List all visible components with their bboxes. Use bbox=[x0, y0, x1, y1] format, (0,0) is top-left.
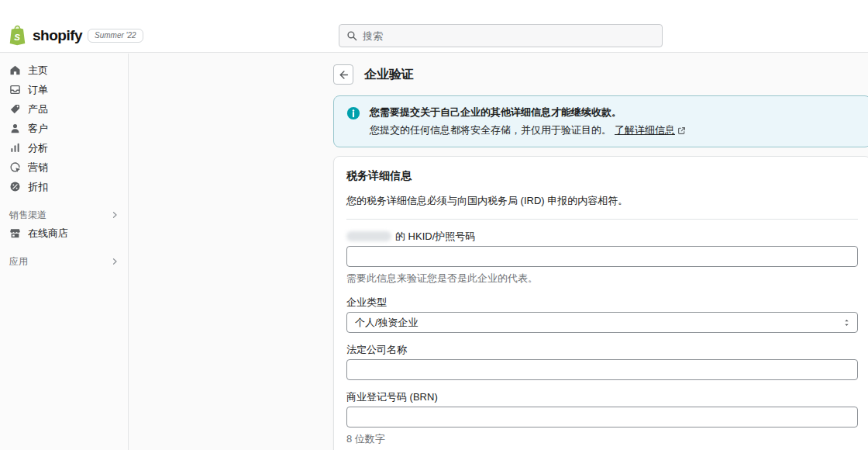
search-icon bbox=[346, 30, 357, 41]
chevron-right-icon bbox=[111, 258, 119, 265]
brn-helper-text: 8 位数字 bbox=[346, 432, 858, 446]
edition-badge: Summer '22 bbox=[88, 29, 143, 43]
hkid-input[interactable] bbox=[346, 246, 858, 267]
sidebar-item-marketing[interactable]: 营销 bbox=[0, 158, 128, 177]
brn-input[interactable] bbox=[346, 407, 858, 428]
sidebar-item-home[interactable]: 主页 bbox=[0, 61, 128, 80]
home-icon bbox=[9, 64, 21, 76]
page-header: 企业验证 bbox=[333, 64, 868, 85]
sidebar-section-sales-channels[interactable]: 销售渠道 bbox=[0, 206, 128, 223]
sidebar-nav: 主页 订单 产品 客户 bbox=[0, 54, 129, 450]
select-updown-icon bbox=[842, 318, 851, 327]
banner-body-text: 您提交的任何信息都将安全存储，并仅用于验证目的。 bbox=[370, 123, 611, 137]
orders-icon bbox=[9, 84, 21, 95]
divider bbox=[346, 219, 858, 220]
legal-company-name-input[interactable] bbox=[346, 359, 858, 380]
sidebar-item-label: 主页 bbox=[28, 64, 48, 78]
global-search[interactable] bbox=[339, 24, 663, 47]
business-type-select[interactable]: 个人/独资企业 bbox=[346, 312, 858, 333]
tax-details-card: 税务详细信息 您的税务详细信息必须与向国内税务局 (IRD) 申报的内容相符。 … bbox=[333, 156, 868, 450]
sidebar-item-label: 在线商店 bbox=[28, 227, 68, 241]
field-label-legal-company-name: 法定公司名称 bbox=[346, 344, 858, 355]
main-area: 企业验证 您需要提交关于自己企业的其他详细信息才能继续收款。 您提交的任何信息都… bbox=[129, 54, 868, 450]
discounts-icon bbox=[9, 181, 21, 192]
field-legal-company-name: 法定公司名称 bbox=[346, 344, 858, 380]
shopify-logo[interactable]: S shopify Summer '22 bbox=[8, 25, 143, 46]
learn-more-link[interactable]: 了解详细信息 bbox=[615, 123, 686, 137]
sidebar-item-online-store[interactable]: 在线商店 bbox=[0, 223, 128, 243]
info-banner: 您需要提交关于自己企业的其他详细信息才能继续收款。 您提交的任何信息都将安全存储… bbox=[333, 95, 868, 147]
info-icon bbox=[346, 106, 360, 120]
card-description: 您的税务详细信息必须与向国内税务局 (IRD) 申报的内容相符。 bbox=[346, 194, 858, 208]
sidebar-item-orders[interactable]: 订单 bbox=[0, 80, 128, 99]
sidebar-item-discounts[interactable]: 折扣 bbox=[0, 177, 128, 196]
chevron-right-icon bbox=[111, 211, 119, 219]
field-label-hkid: 的 HKID/护照号码 bbox=[346, 230, 858, 242]
banner-content: 您需要提交关于自己企业的其他详细信息才能继续收款。 您提交的任何信息都将安全存储… bbox=[370, 106, 686, 137]
business-type-selected-value: 个人/独资企业 bbox=[355, 316, 418, 330]
banner-body: 您提交的任何信息都将安全存储，并仅用于验证目的。 了解详细信息 bbox=[370, 123, 686, 137]
field-brn: 商业登记号码 (BRN) 8 位数字 bbox=[346, 391, 858, 446]
back-arrow-icon bbox=[338, 69, 350, 81]
field-label-brn: 商业登记号码 (BRN) bbox=[346, 391, 858, 403]
external-link-icon bbox=[677, 126, 686, 135]
sidebar-item-label: 营销 bbox=[28, 161, 48, 175]
sidebar-item-customers[interactable]: 客户 bbox=[0, 119, 128, 138]
card-heading: 税务详细信息 bbox=[346, 169, 858, 183]
sidebar-item-label: 折扣 bbox=[28, 180, 48, 194]
analytics-icon bbox=[9, 142, 21, 154]
sidebar-item-analytics[interactable]: 分析 bbox=[0, 138, 128, 158]
banner-title: 您需要提交关于自己企业的其他详细信息才能继续收款。 bbox=[370, 106, 686, 119]
svg-text:S: S bbox=[14, 33, 20, 42]
hkid-helper-text: 需要此信息来验证您是否是此企业的代表。 bbox=[346, 272, 858, 286]
field-hkid: 的 HKID/护照号码 需要此信息来验证您是否是此企业的代表。 bbox=[346, 230, 858, 286]
sidebar-item-label: 客户 bbox=[28, 122, 48, 136]
field-label-business-type: 企业类型 bbox=[346, 296, 858, 308]
sidebar-item-label: 分析 bbox=[28, 141, 48, 155]
products-icon bbox=[9, 103, 21, 115]
field-business-type: 企业类型 个人/独资企业 bbox=[346, 296, 858, 333]
search-input[interactable] bbox=[363, 30, 655, 42]
sidebar-item-label: 产品 bbox=[28, 102, 48, 116]
online-store-icon bbox=[9, 227, 21, 239]
shopify-bag-icon: S bbox=[8, 25, 27, 46]
customers-icon bbox=[9, 123, 21, 134]
page-title: 企业验证 bbox=[364, 67, 414, 83]
redacted-name bbox=[346, 231, 391, 241]
content-column: 企业验证 您需要提交关于自己企业的其他详细信息才能继续收款。 您提交的任何信息都… bbox=[333, 54, 868, 450]
top-bar: S shopify Summer '22 bbox=[0, 0, 868, 53]
back-button[interactable] bbox=[333, 64, 353, 85]
sidebar-section-label: 应用 bbox=[9, 255, 28, 268]
sidebar-item-label: 订单 bbox=[28, 83, 48, 97]
sidebar-section-label: 销售渠道 bbox=[9, 209, 46, 222]
shopify-wordmark: shopify bbox=[33, 27, 82, 44]
sidebar-section-apps[interactable]: 应用 bbox=[0, 253, 128, 270]
sidebar-item-products[interactable]: 产品 bbox=[0, 99, 128, 119]
marketing-icon bbox=[9, 161, 21, 173]
